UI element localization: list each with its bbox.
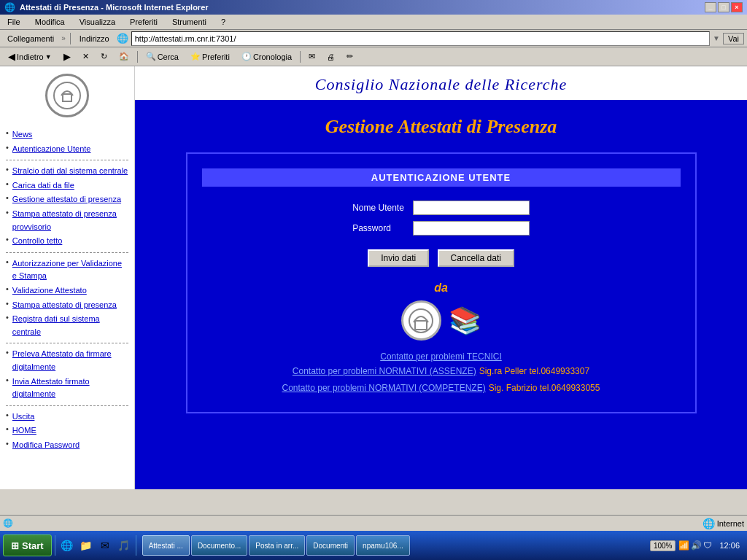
sidebar-item-uscita: • Uscita xyxy=(6,411,128,424)
link-modifica-pwd[interactable]: Modifica Password xyxy=(12,439,80,452)
main-panel: Consiglio Nazionale delle Ricerche Gesti… xyxy=(135,66,747,489)
link-registra[interactable]: Registra dati sul sistema centrale xyxy=(12,313,128,338)
submit-button[interactable]: Invio dati xyxy=(368,249,429,267)
mail-icon: ✉ xyxy=(309,52,315,61)
link-home[interactable]: HOME xyxy=(12,424,36,438)
links-expand[interactable]: » xyxy=(61,34,66,42)
divider-1 xyxy=(6,160,128,160)
history-button[interactable]: 🕐 Cronologia xyxy=(236,50,297,63)
sidebar-item-gestione: • Gestione attestato di presenza xyxy=(6,193,128,206)
home-button[interactable]: 🏠 xyxy=(114,50,134,63)
menu-strumenti[interactable]: Strumenti xyxy=(168,16,211,28)
sidebar-section-4: • Preleva Attestato da firmare digitalme… xyxy=(6,348,128,400)
sidebar-item-modifica-pwd: • Modifica Password xyxy=(6,439,128,452)
sidebar-item-invia: • Invia Attestato firmato digitalmente xyxy=(6,376,128,401)
cnr-logo xyxy=(45,74,89,117)
toolbar-separator xyxy=(70,33,71,44)
link-preleva[interactable]: Preleva Attestato da firmare digitalment… xyxy=(12,348,128,373)
address-toolbar: Collegamenti » Indirizzo 🌐 http://attest… xyxy=(0,30,747,47)
site-title: Consiglio Nazionale delle Ricerche xyxy=(315,75,567,93)
username-label: Nome Utente xyxy=(348,198,409,218)
back-button[interactable]: ◀ Indietro ▼ xyxy=(3,49,57,64)
history-icon: 🕐 xyxy=(241,52,252,61)
password-label: Password xyxy=(348,218,409,238)
favorites-label: Preferiti xyxy=(202,52,230,61)
da-label: da xyxy=(202,281,681,295)
title-bar: 🌐 Attestati di Presenza - Microsoft Inte… xyxy=(0,0,747,15)
sidebar-item-stampa-prov: • Stampa attestato di presenza provvisor… xyxy=(6,208,128,233)
search-button[interactable]: 🔍 Cerca xyxy=(141,50,184,63)
sidebar-item-autorizzazione: • Autorizzazione per Validazione e Stamp… xyxy=(6,257,128,283)
contact-normativi-competenze: Contatto per problemi NORMATIVI (COMPETE… xyxy=(202,381,681,395)
stop-button[interactable]: ✕ xyxy=(77,50,94,63)
nav-separator xyxy=(137,51,138,63)
password-row: Password xyxy=(348,218,534,238)
forward-button[interactable]: ▶ xyxy=(58,49,76,64)
forward-icon: ▶ xyxy=(63,51,71,62)
browser-content: • News • Autenticazione Utente • Stralci… xyxy=(0,66,747,489)
back-dropdown-icon[interactable]: ▼ xyxy=(45,53,52,61)
cnr-logo-main xyxy=(401,300,441,341)
sidebar-item-stralcio: • Stralcio dati dal sistema centrale xyxy=(6,165,128,178)
sidebar-item-registra: • Registra dati sul sistema centrale xyxy=(6,313,128,338)
sidebar-item-carica: • Carica dati da file xyxy=(6,179,128,192)
refresh-button[interactable]: ↻ xyxy=(96,50,112,63)
link-validazione[interactable]: Validazione Attestato xyxy=(12,284,87,298)
contact-normativi-competenze-sig: Sig. Fabrizio tel.0649933055 xyxy=(489,383,600,393)
contact-normativi-competenze-link[interactable]: Contatto per problemi NORMATIVI (COMPETE… xyxy=(282,383,486,393)
cancel-button[interactable]: Cancella dati xyxy=(438,249,514,267)
link-invia[interactable]: Invia Attestato firmato digitalmente xyxy=(12,376,128,401)
svg-rect-3 xyxy=(415,321,427,330)
link-controllo[interactable]: Controllo tetto xyxy=(12,235,62,248)
favorites-button[interactable]: ⭐ Preferiti xyxy=(185,50,235,63)
sidebar-item-home: • HOME xyxy=(6,424,128,438)
link-autorizzazione[interactable]: Autorizzazione per Validazione e Stampa xyxy=(12,257,128,283)
sidebar-logo xyxy=(6,74,128,117)
go-button[interactable]: Vai xyxy=(723,33,744,44)
link-uscita[interactable]: Uscita xyxy=(12,411,35,424)
address-dropdown[interactable]: ▼ xyxy=(713,34,720,42)
link-stampa-prov[interactable]: Stampa attestato di presenza provvisorio xyxy=(12,208,128,233)
sidebar: • News • Autenticazione Utente • Stralci… xyxy=(0,66,135,489)
print-button[interactable]: 🖨 xyxy=(322,50,340,63)
login-form-container: AUTENTICAZIONE UTENTE Nome Utente Passwo… xyxy=(186,152,697,413)
sidebar-section-5: • Uscita • HOME • Modifica Password xyxy=(6,411,128,452)
refresh-icon: ↻ xyxy=(101,52,107,61)
username-input[interactable] xyxy=(413,201,530,215)
divider-2 xyxy=(6,252,128,253)
address-bar[interactable]: http://attestati.rm.cnr.it:7301/ xyxy=(131,31,710,46)
menu-preferiti[interactable]: Preferiti xyxy=(125,16,162,28)
mail-button[interactable]: ✉ xyxy=(303,50,320,63)
link-gestione[interactable]: Gestione attestato di presenza xyxy=(12,193,121,206)
menu-file[interactable]: File xyxy=(3,16,25,28)
minimize-button[interactable]: _ xyxy=(705,2,716,12)
page-title-container: Gestione Attestati di Presenza xyxy=(157,116,725,138)
edit-button[interactable]: ✏ xyxy=(341,50,358,63)
main-header: Consiglio Nazionale delle Ricerche xyxy=(135,66,747,101)
link-carica[interactable]: Carica dati da file xyxy=(12,179,74,192)
menu-visualizza[interactable]: Visualizza xyxy=(75,16,120,28)
window-controls[interactable]: _ □ × xyxy=(705,2,743,12)
auth-title: AUTENTICAZIONE UTENTE xyxy=(202,168,681,187)
button-row: Invio dati Cancella dati xyxy=(202,249,681,267)
menu-modifica[interactable]: Modifica xyxy=(31,16,69,28)
contact-normativi-assenze-link[interactable]: Contatto per problemi NORMATIVI (ASSENZE… xyxy=(293,366,476,376)
page-title: Gestione Attestati di Presenza xyxy=(325,116,557,137)
link-auth[interactable]: Autenticazione Utente xyxy=(12,143,91,156)
close-button[interactable]: × xyxy=(731,2,743,12)
back-label: Indietro xyxy=(17,52,44,61)
logo-row: 📚 xyxy=(202,300,681,341)
link-stampa-att[interactable]: Stampa attestato di presenza xyxy=(12,299,117,312)
contact-normativi-assenze: Contatto per problemi NORMATIVI (ASSENZE… xyxy=(202,364,681,378)
sidebar-item-validazione: • Validazione Attestato xyxy=(6,284,128,298)
menu-help[interactable]: ? xyxy=(217,16,230,28)
password-input[interactable] xyxy=(413,221,530,236)
nav-separator2 xyxy=(300,51,301,63)
sidebar-item-auth: • Autenticazione Utente xyxy=(6,143,128,156)
link-news[interactable]: News xyxy=(12,128,33,141)
link-stralcio[interactable]: Stralcio dati dal sistema centrale xyxy=(12,165,128,178)
contact-tech[interactable]: Contatto per problemi TECNICI xyxy=(202,351,681,362)
address-label: Indirizzo xyxy=(75,33,114,44)
maximize-button[interactable]: □ xyxy=(718,2,729,12)
nav-toolbar: ◀ Indietro ▼ ▶ ✕ ↻ 🏠 🔍 Cerca ⭐ Preferiti… xyxy=(0,47,747,66)
